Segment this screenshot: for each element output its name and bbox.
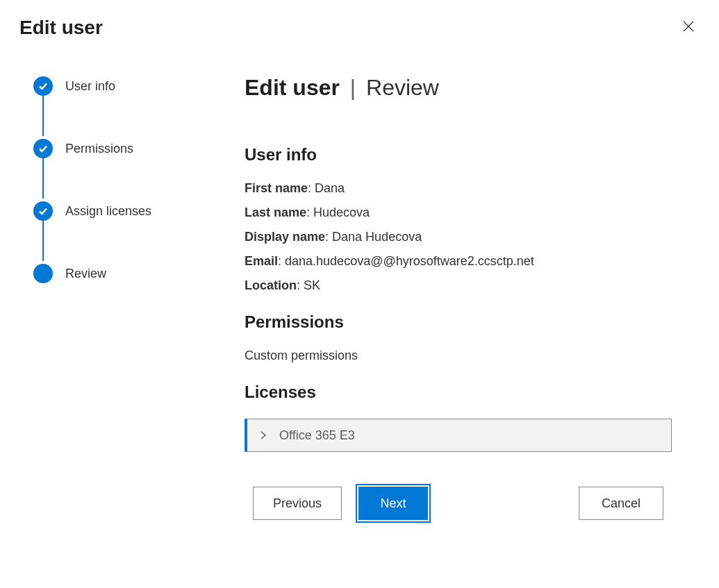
checkmark-icon <box>33 139 53 158</box>
wizard-connector <box>42 219 44 261</box>
section-heading-permissions: Permissions <box>245 312 700 332</box>
location-value: SK <box>304 278 320 292</box>
info-row-email: Email: dana.hudecova@@hyrosoftware2.ccsc… <box>245 254 700 269</box>
email-value: dana.hudecova@@hyrosoftware2.ccsctp.net <box>285 254 534 268</box>
section-heading-licenses: Licenses <box>245 383 700 402</box>
permissions-text: Custom permissions <box>245 348 700 363</box>
user-info-list: First name: Dana Last name: Hudecova Dis… <box>245 181 700 293</box>
checkmark-icon <box>33 201 53 221</box>
info-row-display-name: Display name: Dana Hudecova <box>245 230 700 244</box>
email-label: Email <box>245 254 278 268</box>
info-row-location: Location: SK <box>245 278 700 293</box>
wizard-step-label: Permissions <box>65 142 133 156</box>
first-name-value: Dana <box>315 181 345 195</box>
last-name-label: Last name <box>245 205 306 219</box>
wizard-step-permissions[interactable]: Permissions <box>33 137 228 160</box>
license-row[interactable]: Office 365 E3 <box>245 419 672 452</box>
next-button[interactable]: Next <box>358 487 428 520</box>
main-content: Edit user | Review User info First name:… <box>228 75 700 520</box>
info-row-first-name: First name: Dana <box>245 181 700 196</box>
close-button[interactable] <box>677 17 700 39</box>
last-name-value: Hudecova <box>313 205 370 219</box>
location-label: Location <box>245 278 297 292</box>
first-name-label: First name <box>245 181 308 195</box>
close-icon <box>682 20 695 35</box>
wizard-step-label: Review <box>65 267 106 281</box>
display-name-value: Dana Hudecova <box>332 230 422 244</box>
wizard-step-review[interactable]: Review <box>33 262 228 285</box>
previous-button[interactable]: Previous <box>253 487 342 520</box>
wizard-nav: User info Permissions Assign licenses Re… <box>33 75 228 520</box>
cancel-button[interactable]: Cancel <box>579 487 663 520</box>
page-title: Edit user | Review <box>245 75 700 101</box>
dialog-title: Edit user <box>19 17 103 39</box>
wizard-connector <box>42 157 44 199</box>
section-heading-user-info: User info <box>245 145 700 165</box>
wizard-step-label: Assign licenses <box>65 204 151 219</box>
page-title-main: Edit user <box>245 75 340 100</box>
page-title-subtitle: Review <box>366 75 439 100</box>
display-name-label: Display name <box>245 230 325 244</box>
wizard-step-label: User info <box>65 79 115 94</box>
license-name: Office 365 E3 <box>279 428 355 443</box>
current-step-icon <box>33 264 53 283</box>
chevron-right-icon <box>258 430 268 440</box>
dialog-header: Edit user <box>0 0 719 47</box>
checkmark-icon <box>33 76 53 96</box>
wizard-step-assign-licenses[interactable]: Assign licenses <box>33 200 228 222</box>
wizard-step-user-info[interactable]: User info <box>33 75 228 97</box>
page-title-separator: | <box>350 75 356 100</box>
info-row-last-name: Last name: Hudecova <box>245 205 700 220</box>
wizard-connector <box>42 94 44 136</box>
footer-buttons: Previous Next Cancel <box>245 487 700 520</box>
